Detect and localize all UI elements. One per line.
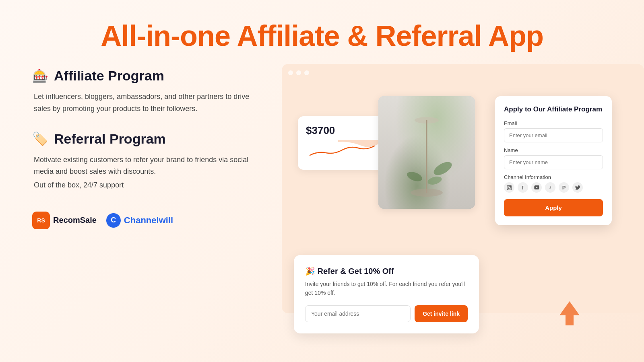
- product-image-card: [378, 96, 475, 209]
- affiliate-title: Affiliate Program: [54, 68, 164, 84]
- stats-chart: [306, 140, 378, 160]
- name-input[interactable]: [504, 155, 603, 169]
- main-content: 🎰 Affiliate Program Let influencers, blo…: [0, 64, 644, 337]
- instagram-icon[interactable]: [504, 182, 514, 193]
- svg-point-5: [427, 175, 442, 186]
- svg-rect-6: [507, 185, 512, 190]
- referral-widget-card: 🎉 Refer & Get 10% Off Invite your friend…: [294, 255, 479, 333]
- recomsale-logo: RS RecomSale: [32, 212, 97, 229]
- dot-3: [304, 70, 309, 75]
- product-decoration: [378, 96, 475, 209]
- left-column: 🎰 Affiliate Program Let influencers, blo…: [32, 64, 258, 229]
- youtube-icon[interactable]: [531, 182, 542, 193]
- svg-marker-9: [559, 301, 580, 325]
- dot-1: [288, 70, 293, 75]
- recomsale-label: RecomSale: [53, 216, 97, 225]
- stats-card: $3700: [298, 116, 386, 170]
- channelwill-logo: C Channelwill: [106, 213, 173, 228]
- affiliate-section: 🎰 Affiliate Program Let influencers, blo…: [32, 68, 258, 115]
- facebook-icon[interactable]: f: [518, 182, 528, 193]
- product-image: [378, 96, 475, 209]
- tiktok-icon[interactable]: ♪: [545, 182, 555, 193]
- channelwill-label: Channelwill: [124, 215, 173, 226]
- right-column: $3700: [282, 64, 612, 337]
- svg-point-3: [431, 159, 454, 178]
- referral-title: Referral Program: [54, 131, 166, 147]
- svg-point-2: [411, 189, 443, 197]
- referral-section: 🏷️ Referral Program Motivate existing cu…: [32, 131, 258, 191]
- svg-point-4: [406, 170, 423, 183]
- affiliate-form-card: Apply to Our Affiliate Program Email Nam…: [495, 96, 612, 225]
- referral-input-row: Get invite link: [305, 305, 468, 322]
- recomsale-icon: RS: [32, 212, 50, 229]
- referral-desc-line2: Out of the box, 24/7 support: [32, 179, 258, 191]
- up-arrow-svg: [559, 301, 580, 325]
- referral-email-input[interactable]: [305, 305, 411, 322]
- referral-title-row: 🏷️ Referral Program: [32, 131, 258, 147]
- form-card-title: Apply to Our Affiliate Program: [504, 105, 603, 114]
- channelwill-icon: C: [106, 213, 121, 228]
- page-title: All-in-one Affiliate & Referral App: [8, 20, 636, 52]
- channel-label: Channel Information: [504, 174, 603, 180]
- svg-point-8: [510, 186, 510, 187]
- referral-desc-line1: Motivate existing customers to refer you…: [32, 154, 258, 178]
- stats-amount: $3700: [306, 124, 378, 137]
- email-label: Email: [504, 120, 603, 126]
- page-header: All-in-one Affiliate & Referral App: [0, 0, 644, 64]
- pinterest-icon[interactable]: P: [559, 182, 569, 193]
- apply-button[interactable]: Apply: [504, 199, 603, 216]
- referral-icon: 🏷️: [32, 131, 48, 146]
- affiliate-title-row: 🎰 Affiliate Program: [32, 68, 258, 84]
- email-input[interactable]: [504, 128, 603, 142]
- referral-widget-title: 🎉 Refer & Get 10% Off: [305, 266, 468, 276]
- name-label: Name: [504, 147, 603, 153]
- browser-dots: [288, 70, 638, 75]
- logos-row: RS RecomSale C Channelwill: [32, 212, 258, 229]
- arrow-decoration: [559, 301, 580, 325]
- referral-widget-desc: Invite your friends to get 10% off. For …: [305, 280, 468, 297]
- channel-icons-row: f ♪ P: [504, 182, 603, 193]
- get-invite-link-button[interactable]: Get invite link: [415, 305, 468, 322]
- affiliate-desc: Let influencers, bloggers, ambassadors, …: [32, 91, 258, 115]
- svg-point-7: [508, 187, 510, 189]
- dot-2: [296, 70, 301, 75]
- twitter-icon[interactable]: [572, 182, 583, 193]
- affiliate-icon: 🎰: [32, 68, 48, 84]
